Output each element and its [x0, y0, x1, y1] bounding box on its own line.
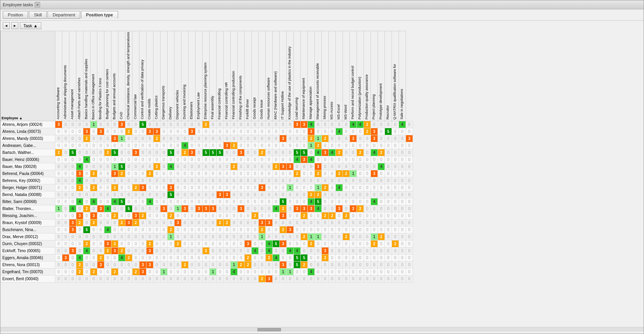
cell-22-9[interactable]: 0	[118, 276, 125, 283]
cell-18-7[interactable]: 2	[104, 247, 111, 254]
cell-1-36[interactable]: 3	[308, 128, 315, 135]
cell-16-21[interactable]: 0	[203, 233, 210, 240]
employee-name[interactable]: Durm, Chuyen (00032)	[1, 240, 55, 247]
cell-21-34[interactable]: 0	[294, 269, 301, 276]
cell-15-29[interactable]: 2	[259, 226, 266, 233]
cell-13-42[interactable]: 0	[350, 212, 357, 219]
cell-4-39[interactable]: 4	[329, 149, 336, 156]
cell-4-47[interactable]: 0	[385, 149, 392, 156]
cell-5-9[interactable]: 0	[118, 156, 125, 163]
cell-12-18[interactable]: 3	[182, 205, 189, 212]
cell-14-43[interactable]: 0	[357, 219, 364, 226]
cell-7-41[interactable]: 2	[343, 170, 350, 177]
cell-1-30[interactable]: 0	[266, 128, 273, 135]
cell-17-3[interactable]: 0	[76, 240, 83, 247]
cell-12-29[interactable]: 0	[259, 205, 266, 212]
cell-22-4[interactable]: 0	[83, 276, 90, 283]
employee-name[interactable]: Behrens, Key (00092)	[1, 177, 55, 184]
cell-6-40[interactable]: 0	[336, 163, 343, 170]
cell-10-39[interactable]: 0	[329, 191, 336, 198]
cell-18-5[interactable]: 0	[90, 247, 97, 254]
cell-21-0[interactable]: 0	[55, 269, 62, 276]
cell-16-0[interactable]: 0	[55, 233, 62, 240]
cell-6-7[interactable]: 0	[104, 163, 111, 170]
cell-21-38[interactable]: 0	[322, 269, 329, 276]
cell-10-46[interactable]: 0	[378, 191, 385, 198]
cell-6-25[interactable]: 2	[231, 163, 238, 170]
cell-5-1[interactable]: 0	[62, 156, 69, 163]
cell-18-44[interactable]: 0	[364, 247, 371, 254]
cell-18-14[interactable]: 0	[154, 247, 161, 254]
cell-2-25[interactable]: 0	[231, 135, 238, 142]
cell-11-6[interactable]: 0	[97, 198, 104, 205]
cell-15-14[interactable]: 0	[154, 226, 161, 233]
cell-9-47[interactable]: 0	[385, 184, 392, 191]
cell-5-40[interactable]: 0	[336, 156, 343, 163]
cell-21-42[interactable]: 0	[350, 269, 357, 276]
cell-21-6[interactable]: 0	[97, 269, 104, 276]
cell-4-15[interactable]: 0	[161, 149, 168, 156]
cell-21-50[interactable]: 0	[406, 269, 413, 276]
cell-19-28[interactable]: 0	[252, 254, 259, 262]
cell-20-16[interactable]: 0	[168, 262, 175, 269]
cell-0-32[interactable]: 0	[280, 121, 287, 128]
cell-19-24[interactable]: 0	[224, 254, 231, 262]
cell-15-42[interactable]: 0	[350, 226, 357, 233]
cell-15-34[interactable]: 0	[294, 226, 301, 233]
cell-13-15[interactable]: 0	[161, 212, 168, 219]
cell-17-7[interactable]: 3	[104, 240, 111, 247]
cell-5-27[interactable]: 0	[245, 156, 252, 163]
cell-3-8[interactable]: 0	[111, 142, 118, 149]
cell-3-28[interactable]: 0	[252, 142, 259, 149]
cell-19-1[interactable]: 3	[62, 254, 69, 262]
cell-10-20[interactable]: 0	[196, 191, 203, 198]
cell-2-4[interactable]: 2	[83, 135, 90, 142]
cell-16-23[interactable]: 0	[217, 233, 224, 240]
cell-3-42[interactable]: 0	[350, 142, 357, 149]
cell-20-27[interactable]: 2	[245, 262, 252, 269]
cell-16-37[interactable]: 1	[315, 233, 322, 240]
cell-2-32[interactable]: 3	[280, 135, 287, 142]
cell-12-26[interactable]: 3	[238, 205, 245, 212]
cell-6-12[interactable]: 0	[139, 163, 146, 170]
cell-5-45[interactable]: 0	[371, 156, 378, 163]
cell-4-17[interactable]: 0	[175, 149, 182, 156]
cell-14-20[interactable]: 0	[196, 219, 203, 226]
cell-4-33[interactable]: 0	[287, 149, 294, 156]
cell-18-43[interactable]: 0	[357, 247, 364, 254]
cell-6-3[interactable]: 4	[76, 163, 83, 170]
cell-3-7[interactable]: 0	[104, 142, 111, 149]
cell-10-13[interactable]: 0	[146, 191, 154, 198]
cell-22-3[interactable]: 0	[76, 276, 83, 283]
cell-3-26[interactable]: 0	[238, 142, 245, 149]
cell-11-42[interactable]: 0	[350, 198, 357, 205]
cell-21-7[interactable]: 0	[104, 269, 111, 276]
cell-20-8[interactable]: 0	[111, 262, 118, 269]
cell-18-41[interactable]: 0	[343, 247, 350, 254]
cell-6-16[interactable]: 4	[168, 163, 175, 170]
cell-6-34[interactable]: 0	[294, 163, 301, 170]
cell-4-20[interactable]: 0	[196, 149, 203, 156]
cell-13-12[interactable]: 2	[139, 212, 146, 219]
cell-16-43[interactable]: 0	[357, 233, 364, 240]
cell-16-28[interactable]: 0	[252, 233, 259, 240]
cell-3-2[interactable]: 0	[69, 142, 76, 149]
cell-21-2[interactable]: 0	[69, 269, 76, 276]
cell-17-19[interactable]: 0	[189, 240, 196, 247]
cell-9-35[interactable]: 0	[301, 184, 308, 191]
cell-19-46[interactable]: 0	[378, 254, 385, 262]
cell-10-19[interactable]: 0	[189, 191, 196, 198]
cell-1-41[interactable]: 0	[343, 128, 350, 135]
cell-22-28[interactable]: 0	[252, 276, 259, 283]
cell-17-43[interactable]: 0	[357, 240, 364, 247]
cell-3-45[interactable]: 0	[371, 142, 378, 149]
cell-8-43[interactable]: 0	[357, 177, 364, 184]
cell-2-2[interactable]: 0	[69, 135, 76, 142]
cell-3-18[interactable]: 4	[182, 142, 189, 149]
cell-13-4[interactable]: 0	[83, 212, 90, 219]
cell-11-11[interactable]: 0	[132, 198, 139, 205]
cell-18-21[interactable]: 2	[203, 247, 210, 254]
cell-15-7[interactable]: 4	[104, 226, 111, 233]
cell-1-32[interactable]: 0	[280, 128, 287, 135]
cell-5-46[interactable]: 0	[378, 156, 385, 163]
